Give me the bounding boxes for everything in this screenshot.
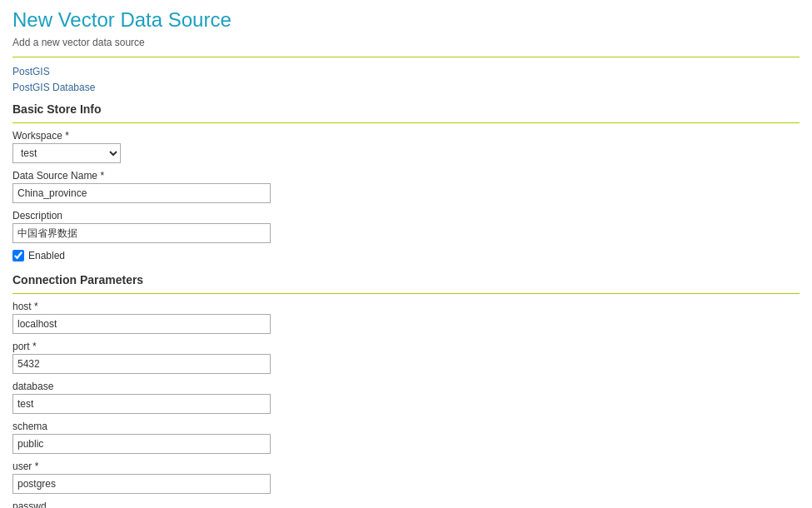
schema-field: schema (12, 421, 800, 454)
data-source-name-label: Data Source Name * (12, 170, 800, 182)
workspace-field: Workspace * test (12, 130, 800, 163)
user-label: user * (12, 461, 800, 472)
enabled-row: Enabled (12, 250, 800, 261)
enabled-checkbox[interactable] (12, 250, 24, 261)
store-type-line2: PostGIS Database (12, 80, 800, 96)
host-label: host * (12, 301, 800, 312)
data-source-name-field: Data Source Name * (12, 170, 800, 203)
divider-top (12, 57, 800, 57)
port-input[interactable] (12, 354, 271, 374)
passwd-label: passwd (12, 501, 800, 508)
store-type-info: PostGIS PostGIS Database (12, 64, 800, 96)
basic-store-info-title: Basic Store Info (12, 102, 800, 116)
schema-label: schema (12, 421, 800, 432)
page-title: New Vector Data Source (12, 8, 800, 32)
page-subtitle: Add a new vector data source (12, 37, 800, 48)
workspace-label: Workspace * (12, 130, 800, 142)
database-field: database (12, 381, 800, 414)
connection-parameters-title: Connection Parameters (12, 273, 800, 286)
user-field: user * (12, 461, 800, 494)
divider-basic (12, 122, 800, 123)
divider-connection (12, 293, 800, 294)
database-input[interactable] (12, 394, 271, 414)
schema-input[interactable] (12, 434, 271, 454)
user-input[interactable] (12, 474, 271, 494)
host-input[interactable] (12, 314, 271, 334)
host-field: host * (12, 301, 800, 334)
passwd-field: passwd (12, 501, 800, 508)
description-input[interactable] (12, 223, 271, 243)
description-label: Description (12, 210, 800, 222)
store-type-line1: PostGIS (12, 64, 800, 80)
workspace-select[interactable]: test (12, 143, 121, 163)
data-source-name-input[interactable] (12, 183, 271, 203)
port-field: port * (12, 341, 800, 374)
port-label: port * (12, 341, 800, 352)
enabled-label: Enabled (28, 250, 65, 261)
database-label: database (12, 381, 800, 392)
description-field: Description (12, 210, 800, 243)
